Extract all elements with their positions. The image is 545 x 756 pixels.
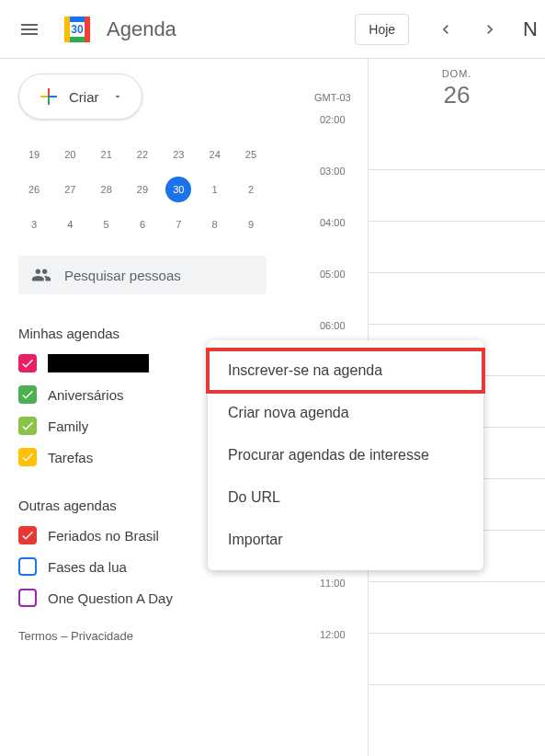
- calendar-label: Fases da lua: [48, 559, 127, 575]
- svg-rect-7: [48, 97, 50, 105]
- checkbox-icon: [18, 557, 37, 576]
- timezone-label: GMT-03: [314, 92, 351, 103]
- day-name: DOM.: [369, 68, 545, 79]
- checkbox-icon: [18, 417, 37, 435]
- calendar-label: Family: [48, 418, 88, 434]
- hour-label: 12:00: [320, 629, 346, 640]
- hour-label: 02:00: [320, 114, 346, 125]
- search-people-input[interactable]: Pesquisar pessoas: [18, 256, 267, 294]
- mini-cal-day[interactable]: 25: [235, 142, 267, 167]
- mini-cal-day[interactable]: 27: [54, 177, 85, 202]
- app-header: 30 Agenda Hoje N: [0, 0, 545, 59]
- hour-label: 03:00: [320, 166, 346, 177]
- my-calendars-title: Minhas agendas: [18, 326, 294, 341]
- hour-row[interactable]: [369, 272, 545, 324]
- hour-label: 11:00: [320, 578, 346, 589]
- mini-cal-day[interactable]: 9: [235, 212, 267, 237]
- calendar-label: One Question A Day: [48, 590, 173, 606]
- svg-rect-4: [85, 17, 90, 42]
- mini-cal-day[interactable]: 6: [127, 212, 158, 237]
- mini-cal-day[interactable]: 29: [127, 177, 158, 202]
- plus-icon: [38, 86, 60, 108]
- calendar-label: Feriados no Brasil: [48, 528, 159, 544]
- hour-row[interactable]: [369, 684, 545, 736]
- mini-cal-day[interactable]: 5: [91, 212, 122, 237]
- menu-item[interactable]: Do URL: [208, 476, 483, 519]
- calendar-label: Aniversários: [48, 387, 124, 403]
- mini-cal-day[interactable]: 4: [54, 212, 85, 237]
- mini-cal-day[interactable]: 21: [91, 142, 122, 167]
- day-number: 26: [369, 81, 545, 109]
- hour-row[interactable]: [369, 581, 545, 633]
- svg-rect-3: [64, 17, 70, 42]
- day-header: DOM. 26: [369, 59, 545, 109]
- checkbox-icon: [18, 526, 37, 544]
- mini-cal-day[interactable]: 7: [163, 212, 194, 237]
- create-label: Criar: [69, 89, 99, 105]
- terms-link[interactable]: Termos: [18, 629, 58, 643]
- checkbox-icon: [18, 589, 37, 607]
- svg-rect-8: [40, 96, 48, 97]
- checkbox-icon: [18, 448, 37, 466]
- menu-item[interactable]: Procurar agendas de interesse: [208, 434, 483, 476]
- menu-item[interactable]: Criar nova agenda: [208, 392, 483, 434]
- add-calendar-menu: Inscrever-se na agendaCriar nova agendaP…: [208, 340, 483, 570]
- app-title: Agenda: [107, 17, 176, 41]
- header-month-label: N: [523, 17, 538, 41]
- mini-cal-day[interactable]: 30: [165, 177, 191, 202]
- next-button[interactable]: [475, 15, 505, 44]
- mini-cal-day[interactable]: 8: [199, 212, 231, 237]
- create-button[interactable]: Criar: [18, 74, 142, 120]
- svg-text:30: 30: [71, 23, 84, 36]
- mini-cal-day[interactable]: 23: [163, 142, 194, 167]
- mini-cal-day[interactable]: 22: [127, 142, 158, 167]
- chevron-right-icon: [481, 20, 499, 39]
- mini-cal-day[interactable]: 1: [199, 177, 231, 202]
- hour-label: 06:00: [320, 320, 346, 331]
- app-logo: 30: [59, 11, 96, 48]
- calendar-label-redacted: [48, 354, 149, 372]
- calendar-label: Tarefas: [48, 450, 93, 465]
- mini-cal-day[interactable]: 24: [199, 142, 231, 167]
- mini-cal-day[interactable]: 20: [54, 142, 85, 167]
- mini-cal-day[interactable]: 19: [18, 142, 50, 167]
- nav-arrows: [431, 15, 505, 44]
- people-icon: [31, 265, 51, 285]
- menu-item[interactable]: Importar: [208, 519, 483, 561]
- svg-rect-6: [48, 88, 50, 96]
- dropdown-icon: [112, 91, 123, 102]
- hour-label: 05:00: [320, 269, 346, 280]
- mini-cal-day[interactable]: 3: [18, 212, 50, 237]
- footer-links: Termos – Privacidade: [18, 629, 294, 643]
- menu-item[interactable]: Inscrever-se na agenda: [208, 349, 483, 392]
- svg-rect-10: [48, 96, 50, 97]
- hour-row[interactable]: [369, 633, 545, 684]
- hamburger-icon: [18, 18, 40, 40]
- mini-cal-day[interactable]: 28: [91, 177, 122, 202]
- calendar-logo-icon: 30: [61, 13, 94, 46]
- hour-label: 04:00: [320, 217, 346, 228]
- mini-cal-day[interactable]: 2: [235, 177, 267, 202]
- prev-button[interactable]: [431, 15, 460, 44]
- main-menu-button[interactable]: [7, 7, 51, 52]
- hour-row[interactable]: [369, 221, 545, 272]
- checkbox-icon: [18, 385, 37, 404]
- checkbox-icon: [18, 354, 37, 372]
- calendar-item[interactable]: One Question A Day: [18, 589, 294, 607]
- privacy-link[interactable]: Privacidade: [71, 629, 133, 643]
- search-placeholder: Pesquisar pessoas: [64, 268, 181, 283]
- chevron-left-icon: [437, 20, 455, 39]
- mini-cal-day[interactable]: 26: [18, 177, 50, 202]
- svg-rect-9: [50, 96, 57, 97]
- mini-calendar: 192021222324252627282930123456789: [18, 142, 294, 237]
- hour-row[interactable]: [369, 169, 545, 221]
